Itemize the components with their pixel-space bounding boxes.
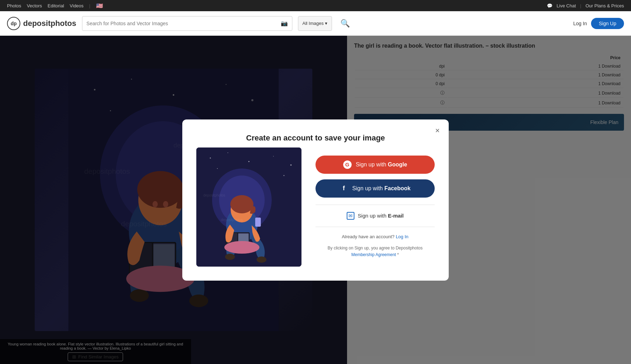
nav-videos[interactable]: Videos	[70, 3, 84, 8]
svg-rect-45	[255, 218, 261, 227]
terms-suffix: *	[397, 252, 399, 257]
nav-vectors[interactable]: Vectors	[27, 3, 42, 8]
terms-text: By clicking on Sign up, you agree to Dep…	[328, 245, 423, 258]
dropdown-chevron-icon: ▾	[325, 21, 327, 26]
signup-google-button[interactable]: G Sign up with Google	[316, 156, 435, 174]
live-chat-link[interactable]: Live Chat	[557, 3, 576, 8]
svg-point-33	[284, 175, 285, 176]
modal-overlay: Create an account to save your image ×	[0, 36, 631, 364]
svg-point-31	[290, 164, 292, 166]
header: dp depositphotos 📷 All Images ▾ 🔍 Log In…	[0, 11, 631, 36]
svg-point-28	[228, 152, 228, 153]
svg-point-32	[217, 168, 218, 169]
svg-point-38	[257, 256, 266, 263]
nav-editorial[interactable]: Editorial	[48, 3, 64, 8]
modal-image: depositphotos depositphotos	[196, 147, 301, 267]
svg-point-29	[249, 161, 250, 162]
close-icon: ×	[435, 126, 440, 135]
search-box[interactable]: 📷	[82, 16, 292, 31]
top-bar-right: 💬 Live Chat | Our Plans & Prices	[547, 3, 624, 8]
google-icon: G	[343, 160, 352, 169]
all-images-dropdown[interactable]: All Images ▾	[298, 16, 332, 31]
login-button[interactable]: Log In	[573, 21, 587, 26]
membership-link[interactable]: Membership Agreement	[351, 252, 396, 257]
already-account-text: Already have an account? Log In	[342, 234, 408, 239]
plans-prices-link[interactable]: Our Plans & Prices	[585, 3, 624, 8]
logo-text: depositphotos	[23, 19, 76, 28]
signup-button[interactable]: Sign Up	[591, 18, 624, 29]
modal-title: Create an account to save your image	[182, 133, 449, 143]
search-button[interactable]: 🔍	[340, 19, 350, 28]
header-right: Log In Sign Up	[573, 18, 624, 29]
search-input[interactable]	[87, 21, 278, 26]
terms-prefix: By clicking on Sign up, you agree to Dep…	[328, 246, 423, 250]
main-content: depositphotos depositphotos depositphoto…	[0, 36, 631, 364]
svg-point-30	[273, 156, 274, 157]
signup-facebook-button[interactable]: f Sign up with Facebook	[316, 179, 435, 198]
logo[interactable]: dp depositphotos	[7, 17, 76, 30]
language-flag[interactable]: 🇺🇸	[96, 2, 103, 9]
divider	[316, 205, 435, 205]
svg-point-46	[224, 241, 259, 254]
email-btn-label: Sign up with E-mail	[358, 213, 404, 219]
divider-2	[316, 227, 435, 227]
svg-point-44	[230, 195, 253, 213]
top-divider: |	[580, 3, 581, 8]
svg-text:depositphotos: depositphotos	[221, 218, 243, 222]
close-button[interactable]: ×	[432, 125, 443, 136]
svg-text:depositphotos: depositphotos	[203, 193, 225, 197]
email-icon: ✉	[347, 212, 354, 220]
nav-divider: |	[89, 3, 90, 8]
modal-right: G Sign up with Google f Sign up with Fac…	[316, 156, 435, 258]
signup-modal: Create an account to save your image ×	[182, 119, 449, 281]
top-bar: Photos Vectors Editorial Videos | 🇺🇸 💬 L…	[0, 0, 631, 11]
facebook-btn-label: Sign up with Facebook	[352, 185, 411, 192]
signup-email-button[interactable]: ✉ Sign up with E-mail	[347, 212, 404, 220]
login-link[interactable]: Log In	[396, 234, 408, 239]
top-bar-nav: Photos Vectors Editorial Videos | 🇺🇸	[7, 2, 541, 9]
nav-photos[interactable]: Photos	[7, 3, 21, 8]
svg-point-37	[225, 254, 235, 260]
all-images-label: All Images	[303, 21, 324, 26]
logo-icon: dp	[7, 17, 20, 30]
camera-icon[interactable]: 📷	[281, 20, 288, 27]
google-btn-label: Sign up with Google	[356, 162, 407, 168]
live-chat-icon: 💬	[547, 3, 552, 8]
facebook-icon: f	[340, 184, 348, 193]
svg-point-27	[210, 157, 211, 158]
